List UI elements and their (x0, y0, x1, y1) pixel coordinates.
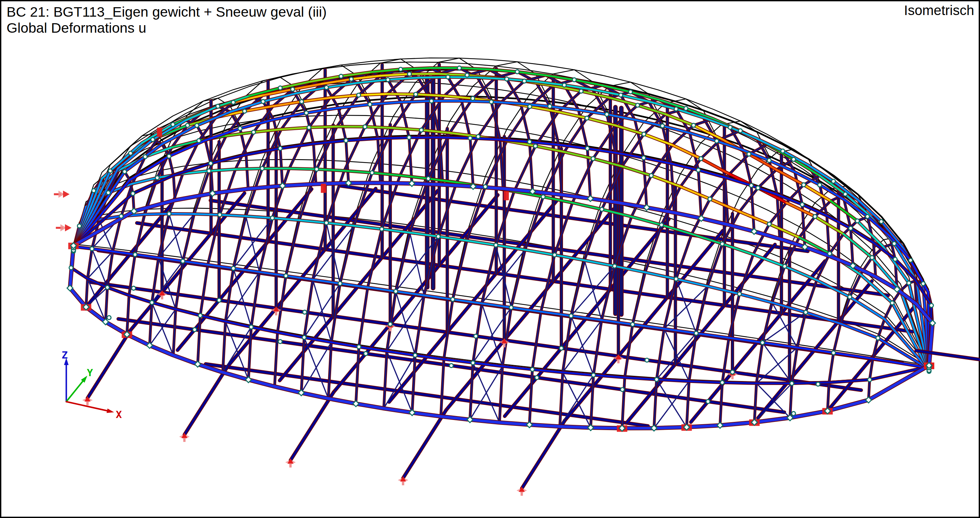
node-marker (890, 301, 894, 305)
node-marker (407, 72, 412, 76)
node-marker (386, 78, 390, 82)
node-marker (600, 207, 604, 212)
node-marker (132, 286, 135, 290)
node-marker (325, 221, 329, 225)
node-marker (181, 259, 185, 263)
node-marker (870, 255, 874, 260)
node-marker (413, 353, 417, 357)
node-marker (548, 104, 552, 108)
node-marker (535, 376, 539, 379)
node-marker (655, 378, 659, 381)
node-marker (356, 93, 361, 97)
node-marker (674, 107, 678, 111)
node-marker (697, 168, 700, 172)
node-marker (781, 149, 785, 153)
node-marker (803, 311, 808, 314)
node-marker (131, 191, 135, 195)
node-marker (414, 92, 418, 96)
node-marker (451, 297, 455, 301)
x-axis-label: X (116, 408, 122, 420)
node-marker (291, 87, 294, 91)
node-marker (270, 216, 274, 220)
node-marker (728, 126, 732, 129)
node-marker (261, 100, 265, 104)
node-marker (468, 136, 472, 140)
node-marker (364, 352, 368, 355)
node-marker (818, 183, 822, 187)
node-marker (107, 316, 111, 320)
result-type-title: Global Deformations u (6, 20, 326, 36)
node-marker (339, 74, 343, 78)
node-marker (843, 192, 847, 196)
node-marker (249, 325, 253, 329)
node-marker (738, 129, 742, 133)
node-marker (150, 301, 154, 304)
node-marker (907, 281, 911, 285)
support-pin (503, 343, 506, 347)
node-marker (207, 169, 211, 173)
node-marker (831, 351, 835, 355)
node-marker (528, 105, 531, 108)
node-marker (105, 285, 110, 290)
node-marker (692, 123, 695, 127)
node-marker (605, 112, 609, 116)
node-marker (119, 214, 123, 218)
node-marker (260, 167, 264, 171)
node-marker (694, 332, 698, 335)
support-pin (86, 401, 89, 405)
node-marker (302, 336, 306, 339)
node-marker (534, 144, 538, 148)
node-marker (300, 100, 304, 104)
load-symbol (321, 184, 326, 193)
node-marker (749, 184, 753, 188)
node-marker (307, 126, 311, 129)
node-marker (197, 139, 201, 142)
node-marker (325, 86, 329, 89)
node-marker (813, 215, 817, 218)
view-name-label: Isometrisch (904, 3, 974, 18)
node-marker (357, 345, 361, 349)
node-marker (108, 169, 112, 173)
node-marker (737, 292, 741, 296)
support-pin (520, 492, 523, 496)
node-marker (304, 111, 308, 115)
node-marker (388, 322, 392, 326)
node-marker (828, 252, 832, 255)
node-marker (541, 195, 545, 199)
node-marker (831, 179, 835, 183)
model-viewport[interactable]: ZYX (0, 0, 980, 518)
node-marker (880, 220, 883, 223)
node-marker (730, 370, 734, 374)
node-marker (471, 96, 475, 100)
node-marker (876, 336, 880, 340)
node-marker (631, 323, 635, 327)
support-pin (617, 360, 619, 363)
node-marker (231, 100, 235, 104)
node-marker (419, 128, 423, 132)
support-pin (275, 311, 277, 316)
node-marker (612, 264, 617, 268)
node-marker (573, 78, 576, 82)
node-marker (747, 152, 751, 156)
node-marker (278, 86, 282, 90)
node-marker (800, 202, 804, 207)
node-marker (855, 219, 859, 223)
node-marker (579, 89, 583, 93)
node-marker (167, 212, 171, 216)
node-marker (767, 222, 771, 226)
node-marker (77, 224, 81, 228)
node-marker (458, 66, 461, 70)
node-marker (278, 339, 282, 343)
y-axis-label: Y (87, 367, 93, 378)
node-marker (476, 135, 480, 139)
node-marker (706, 400, 710, 403)
node-marker (338, 282, 342, 285)
support-pin (389, 327, 391, 332)
node-marker (349, 77, 353, 81)
node-marker (585, 147, 589, 150)
node-marker (790, 381, 794, 385)
node-marker (792, 411, 795, 415)
node-marker (218, 213, 222, 217)
load-symbol (504, 191, 509, 200)
interior-columns (162, 64, 838, 380)
